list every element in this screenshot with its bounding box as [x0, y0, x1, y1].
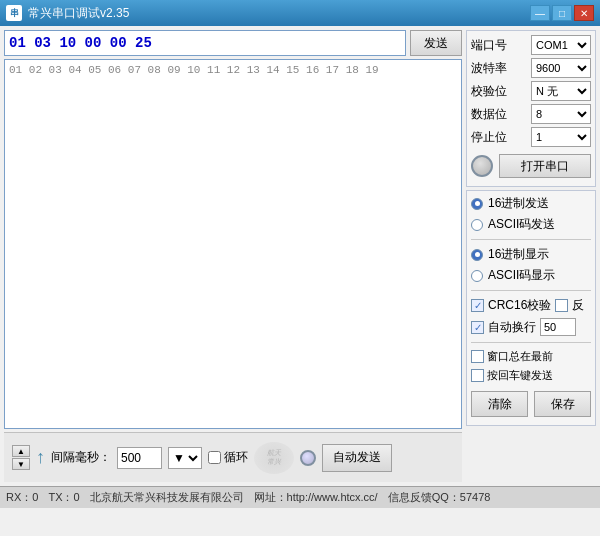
app-icon: 串	[6, 5, 22, 21]
scroll-buttons: ▲ ▼	[12, 445, 30, 470]
bottom-controls: ▲ ▼ ↑ 间隔毫秒： ▼ 循环 航天常兴 自动发送	[4, 432, 462, 482]
reverse-label: 反	[572, 297, 584, 314]
display-area: 01 02 03 04 05 06 07 08 09 10 11 12 13 1…	[4, 59, 462, 429]
enter-send-row: 按回车键发送	[471, 368, 591, 383]
auto-send-button[interactable]: 自动发送	[322, 444, 392, 472]
ascii-display-row: ASCII码显示	[471, 267, 591, 284]
loop-label: 循环	[224, 449, 248, 466]
hex-display-radio[interactable]	[471, 249, 483, 261]
hex-send-row: 16进制发送	[471, 195, 591, 212]
interval-select[interactable]: ▼	[168, 447, 202, 469]
right-panel: 端口号 COM1 波特率 9600 校验位 N 无 数据位 8	[466, 30, 596, 482]
stopbits-label: 停止位	[471, 129, 507, 146]
window-title: 常兴串口调试v2.35	[28, 5, 530, 22]
ascii-send-row: ASCII码发送	[471, 216, 591, 233]
hex-ruler: 01 02 03 04 05 06 07 08 09 10 11 12 13 1…	[9, 62, 457, 78]
crc-checkbox[interactable]: ✓	[471, 299, 484, 312]
auto-exec-row: ✓ 自动换行	[471, 318, 591, 336]
up-arrow-icon: ↑	[36, 447, 45, 468]
close-button[interactable]: ✕	[574, 5, 594, 21]
interval-label: 间隔毫秒：	[51, 449, 111, 466]
clear-button[interactable]: 清除	[471, 391, 528, 417]
save-button[interactable]: 保存	[534, 391, 591, 417]
open-port-button[interactable]: 打开串口	[499, 154, 591, 178]
hex-input[interactable]	[4, 30, 406, 56]
auto-exec-input[interactable]	[540, 318, 576, 336]
bottom-btns: 清除 保存	[471, 387, 591, 421]
databits-label: 数据位	[471, 106, 507, 123]
hex-display-row: 16进制显示	[471, 246, 591, 263]
feedback-info: 信息反馈QQ：57478	[388, 490, 491, 505]
databits-row: 数据位 8	[471, 104, 591, 124]
baud-label: 波特率	[471, 60, 507, 77]
ascii-display-radio[interactable]	[471, 270, 483, 282]
tx-status: TX：0	[48, 490, 79, 505]
left-panel: 发送 01 02 03 04 05 06 07 08 09 10 11 12 1…	[4, 30, 462, 482]
stopbits-select[interactable]: 1	[531, 127, 591, 147]
ascii-display-label: ASCII码显示	[488, 267, 555, 284]
website-info: 网址：http://www.htcx.cc/	[254, 490, 378, 505]
company-info: 北京航天常兴科技发展有限公司	[90, 490, 244, 505]
crc-label: CRC16校验	[488, 297, 551, 314]
loop-checkbox[interactable]	[208, 451, 221, 464]
divider-1	[471, 239, 591, 240]
baud-select[interactable]: 9600	[531, 58, 591, 78]
hex-display-label: 16进制显示	[488, 246, 549, 263]
window-top-checkbox[interactable]	[471, 350, 484, 363]
enter-send-checkbox[interactable]	[471, 369, 484, 382]
watermark: 航天常兴	[254, 442, 294, 474]
reverse-checkbox[interactable]	[555, 299, 568, 312]
title-bar: 串 常兴串口调试v2.35 — □ ✕	[0, 0, 600, 26]
parity-select[interactable]: N 无	[531, 81, 591, 101]
hex-send-label: 16进制发送	[488, 195, 549, 212]
divider-2	[471, 290, 591, 291]
databits-select[interactable]: 8	[531, 104, 591, 124]
open-port-row: 打开串口	[471, 150, 591, 182]
auto-exec-label: 自动换行	[488, 319, 536, 336]
port-row: 端口号 COM1	[471, 35, 591, 55]
divider-3	[471, 342, 591, 343]
scroll-up-button[interactable]: ▲	[12, 445, 30, 457]
port-select[interactable]: COM1	[531, 35, 591, 55]
send-button[interactable]: 发送	[410, 30, 462, 56]
rx-status: RX：0	[6, 490, 38, 505]
parity-row: 校验位 N 无	[471, 81, 591, 101]
loop-checkbox-row: 循环	[208, 449, 248, 466]
ascii-send-label: ASCII码发送	[488, 216, 555, 233]
status-bar: RX：0 TX：0 北京航天常兴科技发展有限公司 网址：http://www.h…	[0, 486, 600, 508]
main-content: 发送 01 02 03 04 05 06 07 08 09 10 11 12 1…	[0, 26, 600, 486]
hex-send-radio[interactable]	[471, 198, 483, 210]
port-config: 端口号 COM1 波特率 9600 校验位 N 无 数据位 8	[466, 30, 596, 187]
enter-send-label: 按回车键发送	[487, 368, 553, 383]
port-label: 端口号	[471, 37, 507, 54]
baud-row: 波特率 9600	[471, 58, 591, 78]
window-top-row: 窗口总在最前	[471, 349, 591, 364]
parity-label: 校验位	[471, 83, 507, 100]
options-panel: 16进制发送 ASCII码发送 16进制显示 ASCII码显示 ✓ CRC16校…	[466, 190, 596, 426]
window-top-label: 窗口总在最前	[487, 349, 553, 364]
crc-row: ✓ CRC16校验 反	[471, 297, 591, 314]
scroll-down-button[interactable]: ▼	[12, 458, 30, 470]
stopbits-row: 停止位 1	[471, 127, 591, 147]
interval-input[interactable]	[117, 447, 162, 469]
minimize-button[interactable]: —	[530, 5, 550, 21]
input-row: 发送	[4, 30, 462, 56]
maximize-button[interactable]: □	[552, 5, 572, 21]
port-toggle-button[interactable]	[471, 155, 493, 177]
window-controls: — □ ✕	[530, 5, 594, 21]
ascii-send-radio[interactable]	[471, 219, 483, 231]
auto-send-radio[interactable]	[300, 450, 316, 466]
auto-exec-checkbox[interactable]: ✓	[471, 321, 484, 334]
